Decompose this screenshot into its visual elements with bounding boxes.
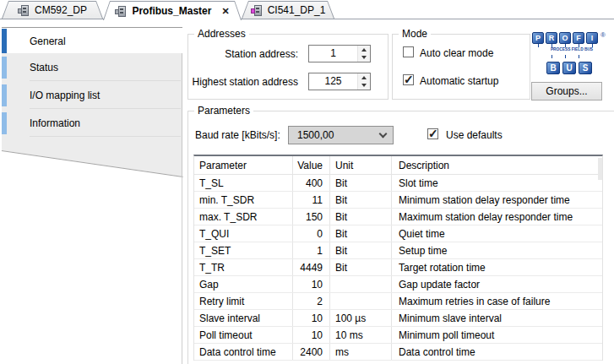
parameter-cell: T_SL: [194, 175, 293, 191]
parameter-cell: T_QUI: [194, 225, 293, 242]
table-row[interactable]: Gap 10 Gap update factor: [194, 276, 602, 293]
logo-letter-box: S: [579, 62, 592, 74]
document-tab-bar: CM592_DP Profibus_Master ✕ CI541_DP_1: [0, 0, 614, 19]
logo-letter-box: I: [586, 32, 598, 44]
parameters-legend: Parameters: [194, 105, 253, 117]
value-cell: 4449: [293, 259, 330, 275]
unit-cell: ms: [330, 344, 392, 360]
parameter-cell: min. T_SDR: [194, 192, 293, 208]
table-row[interactable]: Retry limit 2 Maximum retries in case of…: [194, 293, 602, 310]
chevron-down-icon: [379, 130, 388, 139]
sidebar-tab-status[interactable]: Status: [2, 53, 182, 81]
value-cell: 400: [293, 175, 330, 191]
logo-letter-box: U: [562, 62, 576, 74]
parameters-groupbox: Parameters Baud rate [kBits/s]: 1500,00 …: [187, 111, 614, 364]
unit-cell: Bit: [330, 209, 392, 225]
table-header-cell: Parameter: [194, 156, 293, 174]
use-defaults-label: Use defaults: [446, 129, 503, 141]
spin-down-icon[interactable]: [358, 54, 370, 62]
sidebar-tab-information[interactable]: Information: [2, 109, 182, 137]
description-cell: Maximum station delay responder time: [392, 209, 602, 225]
table-row[interactable]: Poll timeout 10 10 ms Minimum poll timeo…: [194, 327, 602, 344]
description-cell: Minimum slave interval: [392, 310, 602, 326]
parameter-cell: Slave interval: [194, 310, 293, 326]
value-cell: 10: [293, 276, 330, 292]
mode-checkbox[interactable]: [403, 74, 414, 85]
baud-rate-value: 1500,00: [289, 127, 380, 144]
registered-mark: ®: [600, 32, 606, 39]
table-row[interactable]: T_TR 4449 Bit Target rotation time: [194, 259, 602, 276]
dp-module-icon: [18, 5, 30, 16]
logo-letter-box: R: [546, 32, 557, 44]
addresses-legend: Addresses: [194, 28, 249, 40]
tab-stripe: [2, 57, 7, 79]
close-icon[interactable]: ✕: [221, 7, 229, 15]
groups-button[interactable]: Groups...: [531, 82, 602, 101]
unit-cell: 10 ms: [330, 327, 392, 343]
description-cell: Setup time: [392, 242, 602, 258]
baud-rate-combobox[interactable]: 1500,00: [288, 126, 394, 144]
station-address-value[interactable]: 1: [309, 46, 357, 62]
description-cell: Target rotation time: [392, 259, 602, 275]
document-tab-label: CM592_DP: [35, 4, 87, 16]
baud-rate-label: Baud rate [kBits/s]:: [195, 129, 280, 141]
document-tab[interactable]: CM592_DP: [2, 1, 103, 19]
addresses-groupbox: Addresses Station address: 1 Highest sta…: [187, 34, 389, 100]
description-cell: Slot time: [392, 175, 602, 191]
mode-checkbox-label: Automatic startup: [420, 75, 498, 87]
highest-station-address-value[interactable]: 125: [309, 73, 357, 90]
value-cell: 0: [293, 225, 330, 242]
table-row[interactable]: min. T_SDR 11 Bit Minimum station delay …: [194, 192, 602, 209]
use-defaults-checkbox[interactable]: [427, 128, 438, 139]
description-cell: Minimum poll timeout: [392, 327, 602, 343]
value-cell: 10: [293, 310, 330, 326]
profibus-subtitle: PROCESS FIELD BUS: [548, 47, 595, 52]
bus-line-icon: [552, 55, 587, 58]
unit-cell: [330, 293, 392, 309]
parameter-table: ParameterValueUnitDescription T_SL 400 B…: [193, 155, 603, 361]
value-cell: 1: [293, 242, 330, 258]
table-header-row: ParameterValueUnitDescription: [194, 156, 602, 175]
parameter-cell: Poll timeout: [194, 327, 293, 343]
description-cell: Gap update factor: [392, 276, 602, 292]
description-cell: Minimum station delay responder time: [392, 192, 602, 208]
station-address-spinner[interactable]: 1: [308, 45, 371, 62]
pane-splitter[interactable]: [182, 177, 182, 364]
editor-sidebar: General Status I/O mapping list Informat…: [2, 27, 182, 179]
spin-down-icon[interactable]: [358, 82, 370, 90]
unit-cell: Bit: [330, 259, 392, 275]
unit-cell: Bit: [330, 175, 392, 191]
table-row[interactable]: T_SET 1 Bit Setup time: [194, 242, 602, 259]
table-row[interactable]: T_QUI 0 Bit Quiet time: [194, 225, 602, 242]
value-cell: 2: [293, 293, 330, 309]
highest-station-address-spinner[interactable]: 125: [308, 73, 371, 90]
sidebar-tab-general[interactable]: General: [2, 27, 182, 53]
table-row[interactable]: T_SL 400 Bit Slot time: [194, 175, 602, 192]
profibus-logo: PROFI® PROCESS FIELD BUS BUS: [532, 32, 611, 74]
spin-up-icon[interactable]: [358, 73, 370, 82]
document-tab[interactable]: CI541_DP_1: [242, 1, 334, 19]
table-header-cell: Unit: [330, 156, 392, 174]
table-row[interactable]: Data control time 2400 ms Data control t…: [194, 344, 602, 361]
logo-letter-box: F: [573, 32, 584, 44]
table-row[interactable]: Slave interval 10 100 µs Minimum slave i…: [194, 310, 602, 327]
parameter-cell: Data control time: [194, 344, 293, 360]
spin-up-icon[interactable]: [358, 46, 370, 54]
sidebar-tab-i-o-mapping-list[interactable]: I/O mapping list: [2, 81, 182, 109]
description-cell: Data control time: [392, 344, 602, 360]
document-tab[interactable]: Profibus_Master ✕: [103, 1, 242, 20]
mode-checkbox[interactable]: [403, 46, 414, 57]
table-vscrollbar[interactable]: [598, 158, 602, 180]
unit-cell: Bit: [330, 242, 392, 258]
value-cell: 10: [293, 327, 330, 343]
description-cell: Maximum retries in case of failure: [392, 293, 602, 309]
unit-cell: Bit: [330, 192, 392, 208]
logo-letter-box: O: [559, 32, 571, 44]
document-tab-label: Profibus_Master: [132, 5, 211, 17]
parameter-cell: T_SET: [194, 242, 293, 258]
table-header-cell: Description: [392, 156, 602, 174]
table-row[interactable]: max. T_SDR 150 Bit Maximum station delay…: [194, 209, 602, 225]
sidebar-tab-label: I/O mapping list: [30, 90, 100, 101]
ci-module-icon: [251, 5, 263, 16]
tab-stripe: [2, 112, 7, 134]
